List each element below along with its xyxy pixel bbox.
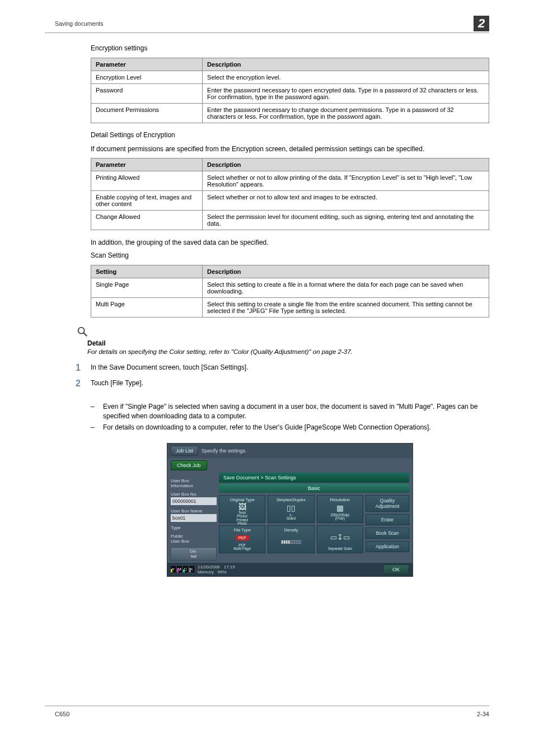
density-hdr: Density [284, 528, 298, 533]
step-2-sub-2: For details on downloading to a computer… [103, 423, 489, 432]
svg-line-1 [83, 333, 87, 337]
col-parameter: Parameter [91, 58, 203, 71]
job-list-tab[interactable]: Job List [171, 446, 198, 456]
detail-label: Detail [87, 339, 489, 347]
desc-cell: Enter the password necessary to change d… [203, 104, 489, 123]
original-type-tile[interactable]: Original Type 🖼 Text/ Photo/ Printed Pho… [219, 495, 265, 523]
user-box-name-label: User Box Name [171, 508, 217, 514]
table-row: Encryption Level Select the encryption l… [91, 71, 489, 84]
simplex-duplex-tile[interactable]: Simplex/Duplex ▯▯ 1- Sided [268, 495, 314, 523]
step-2-text: Touch [File Type]. [91, 379, 143, 389]
svg-point-0 [78, 328, 85, 334]
grouping-text: In addition, the grouping of the saved d… [91, 238, 489, 247]
dash-icon: – [91, 423, 97, 432]
header-section: Saving documents [45, 20, 103, 27]
file-type-sub: PDF Multi Page [233, 544, 251, 551]
encryption-settings-table: Parameter Description Encryption Level S… [91, 58, 489, 123]
simplex-duplex-sub: 1- Sided [287, 514, 296, 521]
device-screenshot: Job List Specify the settings. Check Job… [167, 443, 413, 577]
application-button[interactable]: Application [366, 541, 409, 552]
desc-cell: Select this setting to create a file in … [203, 278, 489, 298]
scan-setting-table: Setting Description Single Page Select t… [91, 265, 489, 318]
footer-memory-pct: 99% [218, 570, 227, 575]
check-job-button[interactable]: Check Job [171, 460, 207, 470]
param-cell: Printing Allowed [91, 171, 203, 191]
encryption-settings-title: Encryption settings [91, 44, 489, 52]
setting-cell: Single Page [91, 278, 203, 298]
param-cell: Encryption Level [91, 71, 203, 84]
table-row: Multi Page Select this setting to create… [91, 298, 489, 318]
scan-setting-title: Scan Setting [91, 251, 489, 259]
footer-model: C650 [55, 711, 69, 717]
basic-tab[interactable]: Basic [219, 484, 409, 493]
detail-text: For details on specifying the Color sett… [87, 348, 489, 355]
pdf-badge: PDF [236, 535, 249, 540]
table-row: Change Allowed Select the permission lev… [91, 211, 489, 230]
col-description: Description [203, 265, 489, 278]
table-row: Document Permissions Enter the password … [91, 104, 489, 123]
toner-c-icon: C [183, 566, 188, 572]
resolution-tile[interactable]: Resolution ▦ 200x200dpi (Fine) [317, 495, 363, 523]
col-description: Description [203, 58, 489, 71]
param-cell: Enable copying of text, images and other… [91, 191, 203, 211]
step-number-2: 2 [74, 379, 81, 389]
detail-encryption-title: Detail Settings of Encryption [91, 131, 489, 139]
col-description: Description [203, 158, 489, 171]
erase-button[interactable]: Erase [366, 514, 409, 525]
desc-cell: Select this setting to create a single f… [203, 298, 489, 318]
density-tile[interactable]: Density ▮▮▮▮▯▯▯▯▯ [268, 525, 314, 553]
step-2-sub-1: Even if "Single Page" is selected when s… [103, 402, 489, 420]
resolution-sub: 200x200dpi (Fine) [331, 514, 350, 521]
desc-cell: Select whether or not to allow text and … [203, 191, 489, 211]
book-scan-button[interactable]: Book Scan [366, 528, 409, 539]
density-scale-icon: ▮▮▮▮▯▯▯▯▯ [281, 539, 301, 544]
simplex-duplex-hdr: Simplex/Duplex [277, 497, 306, 502]
step-number-1: 1 [74, 363, 81, 373]
detail-encryption-intro: If document permissions are specified fr… [91, 144, 489, 153]
desc-cell: Select the encryption level. [203, 71, 489, 84]
specify-settings-text: Specify the settings. [202, 448, 247, 454]
user-box-no-value: 000000001 [171, 497, 217, 505]
grid-icon: ▦ [336, 503, 344, 512]
param-cell: Password [91, 84, 203, 104]
toner-k-icon: K [189, 566, 194, 572]
table-row: Single Page Select this setting to creat… [91, 278, 489, 298]
separate-scan-tile[interactable]: ▭↧▭ Separate Scan [317, 525, 363, 553]
resolution-hdr: Resolution [330, 497, 350, 502]
footer-date: 11/20/2006 [198, 564, 220, 570]
file-type-hdr: File Type [234, 528, 251, 533]
dash-icon: – [91, 402, 97, 420]
breadcrumb: Save Document > Scan Settings [219, 473, 409, 483]
quality-adjustment-button[interactable]: Quality Adjustment [366, 495, 409, 512]
user-box-info-label: User Box Information [171, 478, 217, 488]
type-value: Public User Box [171, 534, 217, 544]
param-cell: Document Permissions [91, 104, 203, 123]
table-row: Password Enter the password necessary to… [91, 84, 489, 104]
separate-scan-hdr: Separate Scan [328, 547, 352, 551]
table-row: Printing Allowed Select whether or not t… [91, 171, 489, 191]
col-setting: Setting [91, 265, 203, 278]
footer-memory-label: Memory [198, 570, 214, 575]
col-parameter: Parameter [91, 158, 203, 171]
separate-scan-icon: ▭↧▭ [330, 533, 350, 542]
original-type-sub: Text/ Photo/ Printed Photo [236, 511, 248, 526]
detail-encryption-table: Parameter Description Printing Allowed S… [91, 158, 489, 230]
desc-cell: Select whether or not to allow printing … [203, 171, 489, 191]
detail-button[interactable]: De- tail [171, 547, 217, 561]
user-box-name-value: box01 [171, 514, 217, 522]
chapter-number: 2 [474, 16, 489, 31]
original-type-hdr: Original Type [230, 497, 255, 502]
user-box-no-label: User Box No. [171, 492, 217, 497]
step-1-text: In the Save Document screen, touch [Scan… [91, 363, 249, 373]
photo-icon: 🖼 [238, 502, 246, 511]
setting-cell: Multi Page [91, 298, 203, 318]
file-type-tile[interactable]: File Type PDF PDF Multi Page [219, 525, 265, 553]
ok-button[interactable]: OK [383, 564, 409, 575]
page-icon: ▯▯ [287, 503, 296, 512]
footer-time: 17:19 [224, 564, 235, 570]
desc-cell: Enter the password necessary to open enc… [203, 84, 489, 104]
type-label: Type [171, 525, 217, 530]
footer-page: 2-34 [477, 711, 489, 717]
magnifier-icon [76, 325, 86, 335]
toner-y-icon: Y [171, 566, 176, 572]
